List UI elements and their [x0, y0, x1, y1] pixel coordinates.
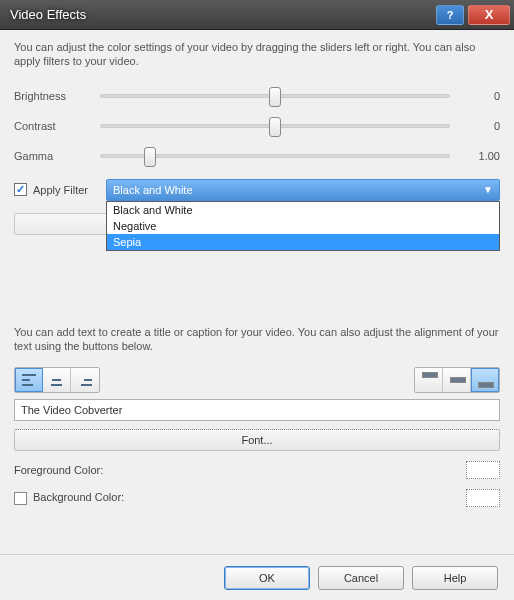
align-left-icon [22, 374, 36, 386]
align-right-icon [78, 374, 92, 386]
filter-selected-text: Black and White [113, 184, 192, 196]
fg-color-label: Foreground Color: [14, 464, 103, 476]
cancel-button[interactable]: Cancel [318, 566, 404, 590]
halign-group [14, 367, 100, 393]
brightness-slider[interactable] [100, 94, 450, 98]
align-center-icon [50, 374, 64, 386]
gamma-label: Gamma [14, 150, 96, 162]
contrast-value: 0 [460, 120, 500, 132]
valign-top-button[interactable] [415, 368, 443, 392]
align-center-button[interactable] [43, 368, 71, 392]
filter-option-bw[interactable]: Black and White [107, 202, 499, 218]
dialog-footer: OK Cancel Help [0, 554, 514, 600]
filter-dropdown[interactable]: Black and White ▼ Black and White Negati… [106, 179, 500, 201]
color-description: You can adjust the color settings of you… [14, 40, 500, 69]
filter-option-sepia[interactable]: Sepia [107, 234, 499, 250]
brightness-label: Brightness [14, 90, 96, 102]
ok-button[interactable]: OK [224, 566, 310, 590]
gamma-slider[interactable] [100, 154, 450, 158]
align-left-button[interactable] [15, 368, 43, 392]
filter-selected[interactable]: Black and White ▼ [106, 179, 500, 201]
brightness-row: Brightness 0 [14, 83, 500, 109]
valign-group [414, 367, 500, 393]
help-button[interactable]: Help [412, 566, 498, 590]
bg-color-label: Background Color: [14, 491, 124, 505]
font-button[interactable]: Font... [14, 429, 500, 451]
help-icon[interactable]: ? [436, 5, 464, 25]
align-right-button[interactable] [71, 368, 99, 392]
caption-input[interactable] [14, 399, 500, 421]
chevron-down-icon: ▼ [483, 184, 493, 195]
bg-color-text: Background Color: [33, 491, 124, 503]
filter-option-negative[interactable]: Negative [107, 218, 499, 234]
gamma-value: 1.00 [460, 150, 500, 162]
bg-color-swatch[interactable] [466, 489, 500, 507]
dialog-content: You can adjust the color settings of you… [0, 30, 514, 554]
valign-bottom-button[interactable] [471, 368, 499, 392]
gamma-thumb[interactable] [144, 147, 156, 167]
contrast-thumb[interactable] [269, 117, 281, 137]
alignment-row [14, 367, 500, 393]
contrast-label: Contrast [14, 120, 96, 132]
brightness-value: 0 [460, 90, 500, 102]
valign-top-icon [422, 372, 436, 388]
bg-color-checkbox[interactable] [14, 492, 27, 505]
gamma-row: Gamma 1.00 [14, 143, 500, 169]
valign-middle-button[interactable] [443, 368, 471, 392]
apply-filter-row: ✓ Apply Filter Black and White ▼ Black a… [14, 179, 500, 201]
brightness-thumb[interactable] [269, 87, 281, 107]
contrast-slider[interactable] [100, 124, 450, 128]
filter-dropdown-list: Black and White Negative Sepia [106, 201, 500, 251]
apply-filter-checkbox[interactable]: ✓ [14, 183, 27, 196]
valign-bottom-icon [478, 372, 492, 388]
window-title: Video Effects [10, 7, 436, 22]
fg-color-row: Foreground Color: [14, 461, 500, 479]
valign-middle-icon [450, 372, 464, 388]
contrast-row: Contrast 0 [14, 113, 500, 139]
fg-color-swatch[interactable] [466, 461, 500, 479]
titlebar[interactable]: Video Effects ? X [0, 0, 514, 30]
apply-filter-label: Apply Filter [33, 184, 88, 196]
close-icon[interactable]: X [468, 5, 510, 25]
bg-color-row: Background Color: [14, 489, 500, 507]
caption-description: You can add text to create a title or ca… [14, 325, 500, 354]
